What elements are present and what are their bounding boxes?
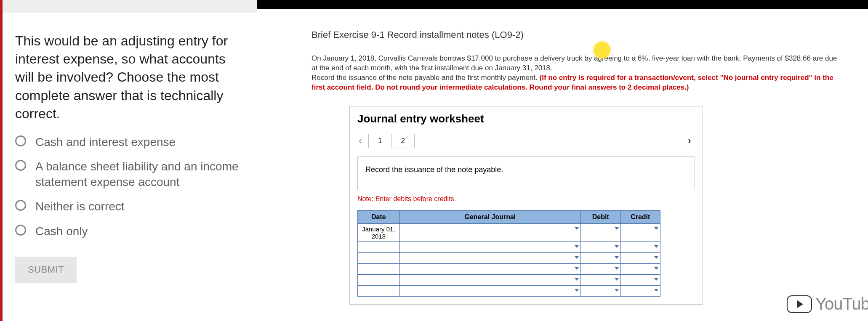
date-cell[interactable] [358,263,400,274]
debit-cell[interactable] [581,274,620,285]
date-cell[interactable] [358,252,400,263]
quiz-panel: This would be an adjusting entry for int… [0,0,257,321]
credit-cell[interactable] [620,285,660,296]
youtube-watermark[interactable]: YouTub [787,294,868,313]
play-icon [787,295,812,313]
account-cell[interactable] [399,252,580,263]
problem-text: On January 1, 2018, Corvallis Carnivals … [312,54,842,93]
debit-cell[interactable] [581,223,620,241]
table-row [358,274,660,285]
table-row [358,252,660,263]
credit-cell[interactable] [620,241,660,252]
account-cell[interactable] [399,223,580,241]
tab-2[interactable]: 2 [391,134,414,148]
debit-cell[interactable] [581,252,620,263]
option-label: Cash and interest expense [35,135,176,150]
option-4[interactable]: Cash only [15,224,240,239]
table-row [358,263,660,274]
col-header-debit: Debit [581,210,620,223]
option-label: Cash only [35,224,88,239]
date-cell[interactable] [358,274,400,285]
tab-1[interactable]: 1 [368,134,391,148]
date-cell[interactable]: January 01, 2018 [358,223,400,241]
table-row: January 01, 2018 [358,223,660,241]
note-text: Note: Enter debits before credits. [350,195,703,207]
radio-icon [15,225,26,236]
radio-icon [15,160,26,171]
credit-cell[interactable] [620,263,660,274]
table-row [358,285,660,296]
tab-row: ‹ 1 2 › [350,130,703,152]
exercise-title: Brief Exercise 9-1 Record installment no… [312,29,860,40]
submit-button[interactable]: SUBMIT [15,257,77,283]
radio-icon [15,200,26,211]
worksheet-title: Journal entry worksheet [350,106,703,130]
journal-worksheet: Journal entry worksheet ‹ 1 2 › Record t… [349,106,703,305]
problem-line-2-black: Record the issuance of the note payable … [312,74,540,82]
col-header-credit: Credit [620,210,660,223]
credit-cell[interactable] [620,223,660,241]
credit-cell[interactable] [620,252,660,263]
option-label: Neither is correct [35,199,125,214]
table-header-row: Date General Journal Debit Credit [358,210,660,223]
top-bar [3,0,257,13]
account-cell[interactable] [399,285,580,296]
chevron-right-icon[interactable]: › [684,135,695,146]
option-label: A balance sheet liability and an income … [35,159,240,190]
debit-cell[interactable] [581,285,620,296]
youtube-text: YouTub [815,294,868,313]
journal-entry-table: Date General Journal Debit Credit Januar… [357,210,660,297]
account-cell[interactable] [399,274,580,285]
options-group: Cash and interest expense A balance shee… [15,135,240,239]
option-1[interactable]: Cash and interest expense [15,135,240,150]
credit-cell[interactable] [620,274,660,285]
problem-line-1: On January 1, 2018, Corvallis Carnivals … [312,54,837,72]
radio-icon [15,135,26,146]
debit-cell[interactable] [581,241,620,252]
exercise-panel: Brief Exercise 9-1 Record installment no… [257,0,868,321]
date-cell[interactable] [358,285,400,296]
col-header-general-journal: General Journal [399,210,580,223]
instruction-box: Record the issuance of the note payable. [357,157,695,190]
option-2[interactable]: A balance sheet liability and an income … [15,159,240,190]
question-text: This would be an adjusting entry for int… [15,32,240,123]
chevron-left-icon[interactable]: ‹ [355,135,366,146]
exercise-body: Brief Exercise 9-1 Record installment no… [257,9,868,305]
table-row [358,241,660,252]
col-header-date: Date [358,210,400,223]
top-black-bar [257,0,868,9]
quiz-content: This would be an adjusting entry for int… [3,13,257,283]
date-cell[interactable] [358,241,400,252]
option-3[interactable]: Neither is correct [15,199,240,214]
account-cell[interactable] [399,241,580,252]
account-cell[interactable] [399,263,580,274]
debit-cell[interactable] [581,263,620,274]
